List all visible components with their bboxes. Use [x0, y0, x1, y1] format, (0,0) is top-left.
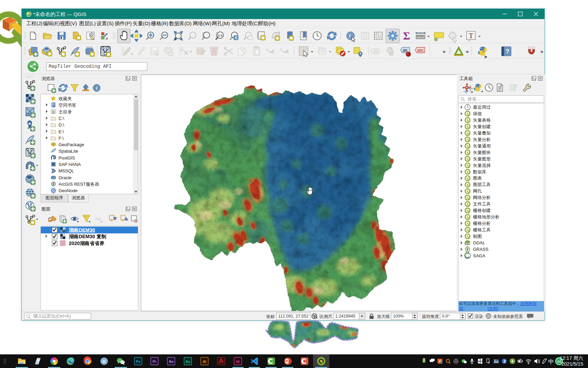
svg-text:»: »	[443, 48, 445, 54]
svg-text:栅格创建: 栅格创建	[473, 208, 491, 213]
svg-text:数据库: 数据库	[473, 169, 486, 174]
svg-text:ab: ab	[403, 48, 407, 53]
svg-text:SAGA: SAGA	[473, 253, 485, 258]
svg-text:网络分析: 网络分析	[473, 195, 491, 200]
svg-text:图层工具: 图层工具	[473, 182, 491, 187]
svg-text:GeoPackage: GeoPackage	[59, 142, 84, 147]
svg-text:ArcGIS REST服务器: ArcGIS REST服务器	[59, 182, 99, 187]
svg-text:PostGIS: PostGIS	[59, 155, 75, 160]
svg-text:D:\: D:\	[59, 122, 64, 127]
svg-text:Ps: Ps	[136, 359, 140, 364]
svg-text:i: i	[96, 86, 97, 91]
svg-text:最近用过: 最近用过	[473, 105, 491, 110]
svg-text:中: 中	[548, 358, 554, 365]
svg-text:»: »	[540, 48, 543, 54]
svg-text:SAP HANA: SAP HANA	[59, 162, 81, 167]
svg-text:栅格分析: 栅格分析	[473, 221, 491, 226]
svg-text:湖南DEM30: 湖南DEM30	[69, 227, 95, 233]
svg-text:»: »	[466, 48, 469, 54]
svg-text:空间书签: 空间书签	[59, 103, 76, 108]
svg-text:网孔: 网孔	[473, 188, 482, 194]
svg-text:矢量表格: 矢量表格	[473, 118, 491, 123]
svg-text:T: T	[469, 32, 473, 40]
svg-text:栅格地形分析: 栅格地形分析	[473, 214, 500, 219]
svg-text:Oracle: Oracle	[59, 175, 71, 180]
svg-text:abc: abc	[417, 48, 424, 53]
svg-text:GRASS: GRASS	[473, 247, 489, 252]
svg-text:图表: 图表	[473, 175, 482, 181]
svg-text:?: ?	[506, 48, 509, 55]
svg-text:E:\: E:\	[59, 129, 64, 134]
svg-text:MapTiler: MapTiler	[59, 194, 76, 194]
svg-text:矢量图形: 矢量图形	[473, 156, 491, 162]
svg-text:矢量叠加: 矢量叠加	[473, 131, 491, 136]
svg-text:2020湖南省省界: 2020湖南省省界	[69, 241, 104, 246]
svg-text:Ae: Ae	[169, 359, 174, 364]
svg-text:制图: 制图	[473, 234, 482, 239]
svg-text:Pr: Pr	[152, 359, 157, 364]
svg-text:文件工具: 文件工具	[473, 201, 491, 206]
svg-text:ε: ε	[95, 216, 97, 221]
svg-text:P: P	[285, 359, 288, 363]
svg-text:C:\: C:\	[59, 116, 64, 121]
svg-text:矢量创建: 矢量创建	[473, 124, 491, 129]
svg-text:湖南DEM30 复制: 湖南DEM30 复制	[69, 234, 106, 239]
svg-text:栅格工具: 栅格工具	[473, 227, 491, 232]
svg-text:Au: Au	[185, 359, 191, 364]
svg-text:F:\: F:\	[59, 136, 64, 141]
svg-text:a: a	[106, 35, 108, 41]
svg-text:收藏夹: 收藏夹	[59, 96, 72, 101]
svg-text:Id: Id	[236, 359, 240, 364]
svg-text:矢量通用: 矢量通用	[473, 143, 491, 149]
svg-text:主目录: 主目录	[59, 109, 72, 114]
svg-text:GDAL: GDAL	[465, 243, 471, 245]
svg-text:MSSQL: MSSQL	[59, 168, 74, 173]
svg-text:矢量选择: 矢量选择	[473, 163, 491, 168]
svg-text:插值: 插值	[473, 111, 482, 116]
svg-text:abc: abc	[373, 49, 379, 53]
svg-text:Ai: Ai	[203, 359, 207, 364]
svg-text:矢量分析: 矢量分析	[473, 137, 491, 142]
svg-text:SpatiaLite: SpatiaLite	[59, 149, 78, 154]
svg-text:矢量图块: 矢量图块	[473, 150, 491, 155]
svg-text:Σ: Σ	[403, 30, 410, 42]
svg-text:1:1: 1:1	[218, 34, 222, 37]
svg-text:GeoNode: GeoNode	[59, 188, 78, 193]
svg-text:R: R	[102, 359, 106, 364]
svg-text:GDAL: GDAL	[473, 240, 485, 245]
